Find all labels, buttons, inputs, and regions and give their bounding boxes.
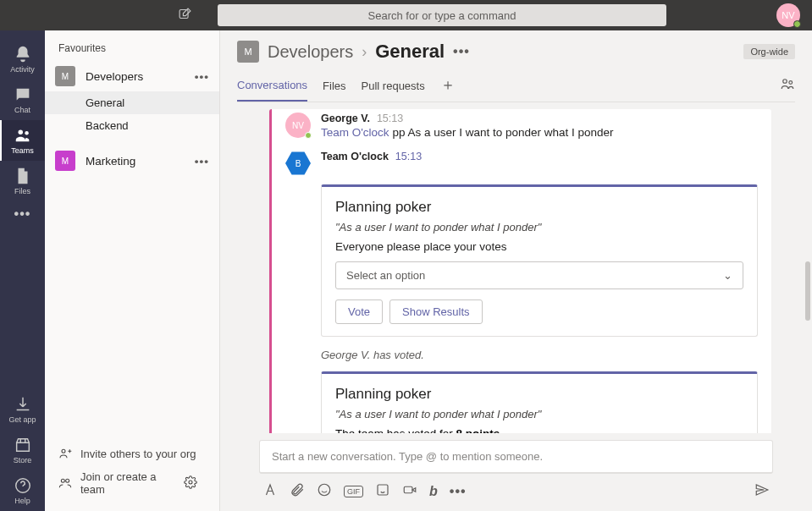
- svg-point-4: [62, 449, 65, 453]
- card-quote: "As a user I want to ponder what I ponde…: [335, 221, 743, 234]
- org-wide-tag: Org-wide: [743, 44, 795, 59]
- svg-point-1: [18, 130, 23, 135]
- channel-more-icon[interactable]: •••: [453, 44, 470, 59]
- author-avatar[interactable]: NV: [285, 113, 311, 138]
- tab-conversations[interactable]: Conversations: [237, 75, 307, 102]
- bot-message: B Team O'clock15:13: [272, 147, 771, 179]
- tab-files[interactable]: Files: [323, 76, 345, 101]
- team-more-icon[interactable]: •••: [195, 70, 209, 83]
- chevron-right-icon: ›: [362, 43, 367, 61]
- rail-teams[interactable]: Teams: [0, 120, 45, 161]
- meet-icon[interactable]: [402, 482, 417, 501]
- tab-pull-requests[interactable]: Pull requests: [362, 76, 425, 101]
- gif-icon[interactable]: GIF: [344, 486, 363, 497]
- chevron-down-icon: ⌄: [723, 269, 732, 282]
- card-title: Planning poker: [335, 386, 743, 403]
- panel-header: Favourites: [45, 30, 219, 61]
- new-chat-icon[interactable]: [178, 7, 192, 25]
- bot-avatar[interactable]: B: [285, 151, 311, 176]
- author-name: George V.: [321, 113, 370, 124]
- svg-point-9: [789, 80, 793, 84]
- org-icon[interactable]: [780, 76, 795, 101]
- svg-point-10: [318, 484, 330, 496]
- gear-icon[interactable]: [184, 475, 206, 492]
- card-title: Planning poker: [335, 199, 743, 216]
- compose-toolbar: GIF b •••: [259, 474, 773, 501]
- svg-point-5: [61, 479, 64, 482]
- svg-point-6: [66, 479, 69, 482]
- svg-rect-12: [404, 486, 412, 493]
- breadcrumb-team[interactable]: Developers: [268, 42, 353, 62]
- invite-icon: [58, 447, 72, 460]
- bot-name: Team O'clock: [321, 151, 389, 162]
- svg-point-7: [189, 481, 192, 484]
- rail-chat[interactable]: Chat: [0, 80, 45, 120]
- timestamp: 15:13: [377, 113, 403, 124]
- result-points: 8 points: [456, 427, 500, 433]
- user-avatar[interactable]: NV: [776, 3, 800, 27]
- message-list[interactable]: NV George V.15:13 Team O'clock pp As a u…: [220, 102, 812, 433]
- avatar-initials: NV: [782, 10, 794, 20]
- breadcrumb: M Developers › General ••• Org-wide: [237, 41, 795, 63]
- team-label: Marketing: [86, 155, 135, 168]
- rail-help[interactable]: Help: [0, 470, 45, 511]
- add-tab-icon[interactable]: ＋: [440, 74, 456, 102]
- result-text: The team has voted for: [335, 427, 456, 433]
- svg-point-2: [25, 131, 28, 135]
- search-input[interactable]: Search for or type a command: [218, 4, 666, 26]
- more-icon[interactable]: •••: [450, 484, 467, 499]
- show-results-button[interactable]: Show Results: [389, 299, 482, 324]
- presence-indicator: [793, 20, 801, 28]
- team-marketing[interactable]: M Marketing •••: [45, 146, 219, 176]
- message: NV George V.15:13 Team O'clock pp As a u…: [272, 109, 771, 142]
- vote-status: George V. has voted.: [272, 345, 771, 366]
- team-label: Developers: [86, 70, 143, 83]
- vote-button[interactable]: Vote: [335, 299, 383, 324]
- thread: NV George V.15:13 Team O'clock pp As a u…: [269, 109, 771, 433]
- message-text: pp As a user I want to ponder what I pon…: [392, 126, 613, 139]
- content-area: M Developers › General ••• Org-wide Conv…: [220, 30, 812, 511]
- invite-link[interactable]: Invite others to your org: [45, 442, 219, 465]
- card-instruction: Everyone please place your votes: [335, 240, 743, 253]
- join-icon: [58, 476, 72, 490]
- rail-more[interactable]: •••: [14, 201, 31, 227]
- sticker-icon[interactable]: [375, 482, 390, 501]
- bing-icon[interactable]: b: [429, 484, 438, 499]
- channel-backend[interactable]: Backend: [45, 114, 219, 137]
- rail-files[interactable]: Files: [0, 161, 45, 201]
- breadcrumb-channel: General: [375, 41, 445, 63]
- compose-input[interactable]: Start a new conversation. Type @ to ment…: [259, 440, 773, 474]
- team-more-icon[interactable]: •••: [195, 155, 209, 168]
- card-quote: "As a user I want to ponder what I ponde…: [335, 408, 743, 420]
- breadcrumb-badge: M: [237, 41, 259, 63]
- team-badge: M: [55, 151, 75, 171]
- channel-tabs: Conversations Files Pull requests ＋: [237, 74, 795, 102]
- teams-panel: Favourites M Developers ••• General Back…: [45, 30, 220, 511]
- timestamp: 15:13: [395, 151, 422, 162]
- compose-area: Start a new conversation. Type @ to ment…: [220, 433, 812, 511]
- channel-general[interactable]: General: [45, 91, 219, 114]
- join-team-link[interactable]: Join or create a team: [45, 465, 219, 501]
- app-rail: Activity Chat Teams Files ••• Get app St…: [0, 30, 45, 511]
- emoji-icon[interactable]: [317, 482, 332, 501]
- presence-indicator: [305, 132, 312, 139]
- poker-card-vote: Planning poker "As a user I want to pond…: [321, 184, 758, 337]
- mention-link[interactable]: Team O'clock: [321, 126, 389, 139]
- rail-getapp[interactable]: Get app: [0, 389, 45, 430]
- poker-card-result: Planning poker "As a user I want to pond…: [321, 371, 758, 433]
- vote-select[interactable]: Select an option ⌄: [335, 261, 743, 289]
- title-bar: Search for or type a command NV: [0, 0, 812, 30]
- attach-icon[interactable]: [290, 482, 305, 501]
- team-badge: M: [55, 66, 75, 86]
- scrollbar[interactable]: [805, 261, 810, 321]
- rail-activity[interactable]: Activity: [0, 39, 45, 80]
- rail-store[interactable]: Store: [0, 430, 45, 470]
- send-icon[interactable]: [754, 482, 770, 501]
- svg-rect-11: [378, 485, 388, 495]
- svg-point-8: [783, 79, 787, 83]
- team-developers[interactable]: M Developers •••: [45, 61, 219, 91]
- format-icon[interactable]: [262, 482, 278, 501]
